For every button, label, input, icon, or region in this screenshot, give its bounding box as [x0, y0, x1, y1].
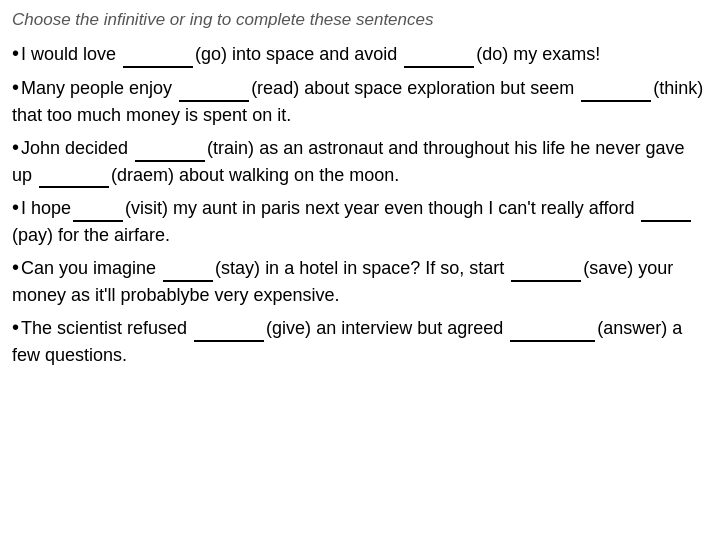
sentence-text: that too much money is spent on it.	[12, 105, 291, 125]
fill-blank[interactable]	[39, 168, 109, 188]
sentence-text: about walking on the moon.	[179, 165, 399, 185]
sentence-3: •John decided (train) as an astronaut an…	[12, 133, 708, 188]
exercise-content: •I would love (go) into space and avoid …	[12, 39, 708, 368]
bullet-icon: •	[12, 76, 19, 98]
fill-blank[interactable]	[194, 322, 264, 342]
sentence-4: •I hope(visit) my aunt in paris next yea…	[12, 193, 708, 248]
sentence-text: Can you imagine	[21, 258, 161, 278]
hint-text: (visit)	[125, 198, 173, 218]
hint-text: (stay)	[215, 258, 265, 278]
sentence-text: I hope	[21, 198, 71, 218]
bullet-icon: •	[12, 316, 19, 338]
sentence-5: •Can you imagine (stay) in a hotel in sp…	[12, 253, 708, 308]
bullet-icon: •	[12, 136, 19, 158]
fill-blank[interactable]	[123, 48, 193, 68]
fill-blank[interactable]	[511, 262, 581, 282]
hint-text: (answer)	[597, 318, 672, 338]
sentence-text: my aunt in paris next year even though I…	[173, 198, 639, 218]
hint-text: (train)	[207, 138, 259, 158]
fill-blank[interactable]	[163, 262, 213, 282]
fill-blank[interactable]	[404, 48, 474, 68]
sentence-2: •Many people enjoy (read) about space ex…	[12, 73, 708, 128]
sentence-text: John decided	[21, 138, 133, 158]
hint-text: (pay)	[12, 225, 58, 245]
fill-blank[interactable]	[73, 202, 123, 222]
sentence-text: I would love	[21, 44, 121, 64]
fill-blank[interactable]	[641, 202, 691, 222]
header: Choose the infinitive or ing to complete…	[12, 8, 708, 33]
hint-text: (do)	[476, 44, 513, 64]
hint-text: (go)	[195, 44, 232, 64]
fill-blank[interactable]	[581, 82, 651, 102]
sentence-text: in a hotel in space? If so, start	[265, 258, 509, 278]
sentence-text: into space and avoid	[232, 44, 402, 64]
sentence-text: about space exploration but seem	[304, 78, 579, 98]
sentence-1: •I would love (go) into space and avoid …	[12, 39, 708, 68]
sentence-text: my exams!	[513, 44, 600, 64]
sentence-text: Many people enjoy	[21, 78, 177, 98]
bullet-icon: •	[12, 196, 19, 218]
hint-text: (read)	[251, 78, 304, 98]
hint-text: (draem)	[111, 165, 179, 185]
fill-blank[interactable]	[135, 142, 205, 162]
hint-text: (give)	[266, 318, 316, 338]
fill-blank[interactable]	[510, 322, 595, 342]
header-text: Choose the infinitive or ing to complete…	[12, 8, 708, 33]
sentence-text: The scientist refused	[21, 318, 192, 338]
bullet-icon: •	[12, 42, 19, 64]
bullet-icon: •	[12, 256, 19, 278]
sentence-text: an interview but agreed	[316, 318, 508, 338]
hint-text: (save)	[583, 258, 638, 278]
sentence-6: •The scientist refused (give) an intervi…	[12, 313, 708, 368]
sentence-text: for the airfare.	[58, 225, 170, 245]
hint-text: (think)	[653, 78, 703, 98]
fill-blank[interactable]	[179, 82, 249, 102]
